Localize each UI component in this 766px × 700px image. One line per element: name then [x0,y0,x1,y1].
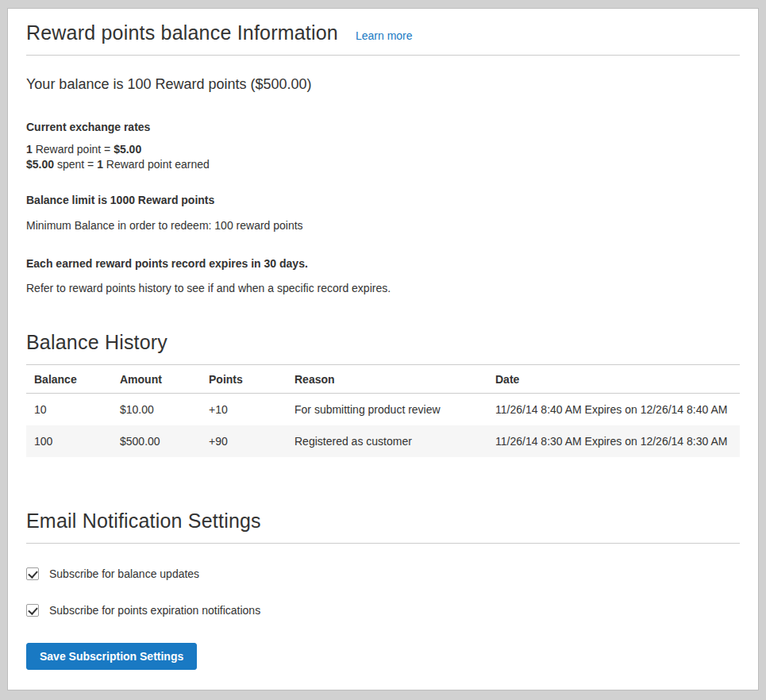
exchange-rate-line-2: $5.00 spent = 1 Reward point earned [26,157,740,172]
header-divider [26,55,740,56]
table-body: 10 $10.00 +10 For submitting product rev… [26,394,740,458]
balance-limit-heading: Balance limit is 1000 Reward points [26,194,740,206]
cell-points: +90 [201,425,287,457]
rate2-points: 1 [97,158,103,171]
page-header: Reward points balance Information Learn … [26,9,740,44]
column-header-reason: Reason [287,365,487,394]
cell-points: +10 [201,394,287,426]
learn-more-link[interactable]: Learn more [356,29,413,42]
expiration-heading: Each earned reward points record expires… [26,257,740,270]
column-header-balance: Balance [26,365,112,394]
cell-amount: $10.00 [112,394,201,426]
expiration-note: Refer to reward points history to see if… [26,282,740,294]
balance-updates-label[interactable]: Subscribe for balance updates [49,567,199,580]
table-row: 100 $500.00 +90 Registered as customer 1… [26,425,740,457]
rate1-text: Reward point = [33,143,114,156]
reward-info-card: Reward points balance Information Learn … [7,8,759,690]
points-expiration-checkbox[interactable] [26,604,39,617]
balance-history-title: Balance History [26,331,740,354]
page-title: Reward points balance Information [26,21,338,44]
notification-divider [26,543,740,544]
rate2-tail: Reward point earned [103,158,210,171]
cell-date: 11/26/14 8:40 AM Expires on 12/26/14 8:4… [487,394,740,426]
cell-reason: Registered as customer [287,425,487,457]
minimum-redeem-text: Minimum Balance in order to redeem: 100 … [26,219,740,232]
cell-balance: 100 [26,425,112,457]
points-expiration-label[interactable]: Subscribe for points expiration notifica… [49,604,260,617]
column-header-points: Points [201,365,287,394]
exchange-rate-line-1: 1 Reward point = $5.00 [26,142,740,157]
rate2-amount: $5.00 [26,158,54,171]
column-header-date: Date [487,365,740,394]
save-subscription-button[interactable]: Save Subscription Settings [26,643,197,670]
rate1-points: 1 [26,143,33,156]
cell-amount: $500.00 [112,425,201,457]
balance-history-table: Balance Amount Points Reason Date 10 $10… [26,364,740,457]
cell-date: 11/26/14 8:30 AM Expires on 12/26/14 8:3… [487,425,740,457]
rate2-text: spent = [54,158,97,171]
column-header-amount: Amount [112,365,201,394]
rate1-amount: $5.00 [114,143,141,156]
table-row: 10 $10.00 +10 For submitting product rev… [26,394,740,426]
balance-updates-checkbox[interactable] [26,567,39,580]
exchange-rates-heading: Current exchange rates [26,121,740,133]
balance-summary: Your balance is 100 Reward points ($500.… [26,76,740,93]
cell-reason: For submitting product review [287,394,487,426]
points-expiration-option: Subscribe for points expiration notifica… [26,604,740,617]
exchange-rates-lines: 1 Reward point = $5.00 $5.00 spent = 1 R… [26,142,740,172]
table-header-row: Balance Amount Points Reason Date [26,365,740,394]
page-background: { "header": { "title": "Reward points ba… [0,0,766,698]
cell-balance: 10 [26,394,112,426]
table-header: Balance Amount Points Reason Date [26,365,740,394]
email-notification-title: Email Notification Settings [26,510,740,533]
balance-updates-option: Subscribe for balance updates [26,567,740,580]
